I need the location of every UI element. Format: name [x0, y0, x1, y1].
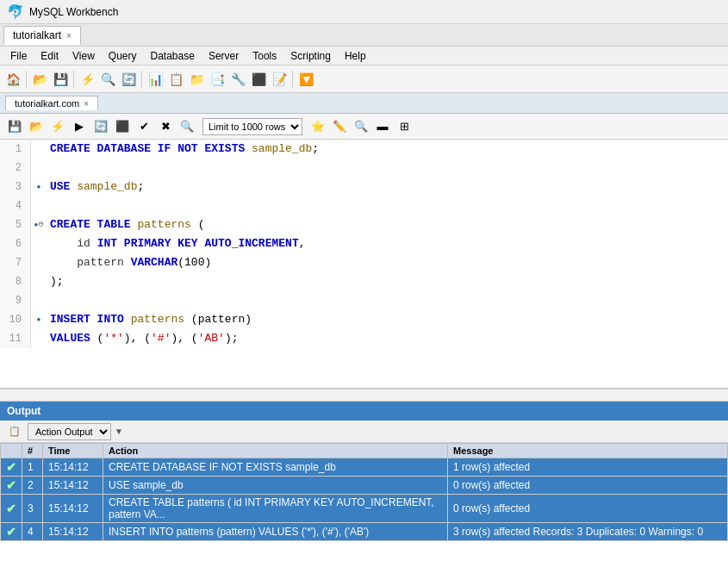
subtab-label: tutorialkart.com	[15, 98, 79, 109]
subtab-item[interactable]: tutorialkart.com ×	[5, 96, 98, 110]
table-row[interactable]: ✔ 3 15:14:12 CREATE TABLE patterns ( id …	[1, 495, 728, 523]
cancel-button[interactable]: ✖	[156, 117, 175, 136]
toggle-button[interactable]: ✔	[134, 117, 153, 136]
toolbar-separator-2	[73, 71, 74, 88]
toolbar-btn-4[interactable]: 🔍	[98, 70, 117, 89]
menu-help[interactable]: Help	[338, 48, 373, 64]
toolbar-btn-3[interactable]: ⚡	[78, 70, 96, 89]
toolbar-separator-1	[26, 71, 27, 88]
menu-server[interactable]: Server	[202, 48, 246, 64]
stop-query-button[interactable]: ⬛	[113, 117, 132, 136]
code-line-5: 5 ● ⊖ CREATE TABLE patterns (	[0, 215, 728, 234]
toolbar-btn-11[interactable]: ⬛	[249, 70, 268, 89]
code-line-3: 3 ● USE sample_db;	[0, 178, 728, 196]
title-bar: 🐬 MySQL Workbench	[0, 0, 728, 24]
action-output-select[interactable]: Action Output	[28, 423, 111, 440]
output-toolbar: 📋 Action Output ▼	[0, 421, 728, 443]
find-button[interactable]: 🔍	[352, 117, 370, 136]
main-toolbar: 🏠 📂 💾 ⚡ 🔍 🔄 📊 📋 📁 📑 🔧 ⬛ 📝 🔽	[0, 65, 728, 93]
format-button[interactable]: ✏️	[330, 117, 349, 136]
subtab-bar: tutorialkart.com ×	[0, 93, 728, 114]
row-time: 15:14:12	[43, 458, 103, 477]
app-icon: 🐬	[7, 3, 24, 20]
row-num: 4	[22, 523, 43, 541]
code-line-9: 9	[0, 291, 728, 310]
row-message: 0 row(s) affected	[448, 495, 728, 523]
code-line-11: 11 VALUES ('*'), ('#'), ('AB');	[0, 329, 728, 348]
toolbar-btn-6[interactable]: 📊	[146, 70, 165, 89]
output-panel: Output 📋 Action Output ▼ # Time Action M…	[0, 402, 728, 561]
toolbar-btn-12[interactable]: 📝	[270, 70, 289, 89]
output-copy-button[interactable]: 📋	[5, 422, 24, 441]
code-line-8: 8 );	[0, 272, 728, 291]
menu-database[interactable]: Database	[144, 48, 202, 64]
limit-select-container: Limit to 1000 rows Don't Limit Limit to …	[202, 118, 302, 135]
new-connection-button[interactable]: 🏠	[3, 70, 22, 89]
execute-selection-button[interactable]: ▶	[70, 117, 89, 136]
col-header-time: Time	[43, 444, 103, 458]
limit-dropdown[interactable]: Limit to 1000 rows Don't Limit Limit to …	[202, 118, 302, 135]
output-table-container: # Time Action Message ✔ 1 15:14:12 CREAT…	[0, 443, 728, 541]
menu-view[interactable]: View	[65, 48, 102, 64]
col-header-status	[1, 444, 22, 458]
menu-bar: File Edit View Query Database Server Too…	[0, 47, 728, 65]
editor-content: 1 CREATE DATABASE IF NOT EXISTS sample_d…	[0, 140, 728, 348]
query-toolbar: 💾 📂 ⚡ ▶ 🔄 ⬛ ✔ ✖ 🔍 Limit to 1000 rows Don…	[0, 114, 728, 140]
table-row[interactable]: ✔ 2 15:14:12 USE sample_db 0 row(s) affe…	[1, 477, 728, 495]
split-button[interactable]: ⊞	[395, 117, 414, 136]
row-message: 0 row(s) affected	[448, 477, 728, 495]
row-num: 3	[22, 495, 43, 523]
save-script-button[interactable]: 💾	[5, 117, 24, 136]
row-message: 1 row(s) affected	[448, 458, 728, 477]
code-line-7: 7 pattern VARCHAR(100)	[0, 253, 728, 272]
execute-button[interactable]: ⚡	[48, 117, 67, 136]
horizontal-scrollbar[interactable]	[0, 390, 728, 402]
menu-edit[interactable]: Edit	[34, 48, 65, 64]
row-action: INSERT INTO patterns (pattern) VALUES ('…	[103, 523, 448, 541]
output-header: Output	[0, 402, 728, 421]
table-row[interactable]: ✔ 4 15:14:12 INSERT INTO patterns (patte…	[1, 523, 728, 541]
open-script-button[interactable]: 📂	[27, 117, 46, 136]
code-line-1: 1 CREATE DATABASE IF NOT EXISTS sample_d…	[0, 140, 728, 159]
toolbar-btn-10[interactable]: 🔧	[228, 70, 247, 89]
toolbar-btn-7[interactable]: 📋	[166, 70, 185, 89]
toolbar-btn-5[interactable]: 🔄	[119, 70, 138, 89]
explain-button[interactable]: 🔍	[177, 117, 196, 136]
bookmark-button[interactable]: ⭐	[308, 117, 327, 136]
code-line-6: 6 id INT PRIMARY KEY AUTO_INCREMENT,	[0, 234, 728, 253]
row-num: 2	[22, 477, 43, 495]
open-button[interactable]: 📂	[30, 70, 49, 89]
table-row[interactable]: ✔ 1 15:14:12 CREATE DATABASE IF NOT EXIS…	[1, 458, 728, 477]
stop-button[interactable]: 🔄	[91, 117, 110, 136]
tab-label: tutorialkart	[13, 29, 61, 41]
main-tab[interactable]: tutorialkart ×	[3, 26, 81, 45]
table-header-row: # Time Action Message	[1, 444, 728, 458]
row-status: ✔	[1, 495, 22, 523]
code-line-4: 4	[0, 196, 728, 215]
main-container: tutorialkart.com × 💾 📂 ⚡ ▶ 🔄 ⬛ ✔ ✖ 🔍 Lim…	[0, 93, 728, 561]
subtab-close[interactable]: ×	[84, 99, 89, 109]
toolbar-btn-9[interactable]: 📑	[208, 70, 227, 89]
toolbar-btn-8[interactable]: 📁	[187, 70, 206, 89]
toggle-panel-button[interactable]: ▬	[373, 117, 392, 136]
tab-close-button[interactable]: ×	[66, 31, 72, 41]
app-title: MySQL Workbench	[29, 6, 118, 18]
tab-bar: tutorialkart ×	[0, 24, 728, 47]
row-action: CREATE TABLE patterns ( id INT PRIMARY K…	[103, 495, 448, 523]
col-header-action: Action	[103, 444, 448, 458]
code-line-10: 10 ● INSERT INTO patterns (pattern)	[0, 310, 728, 329]
code-editor[interactable]: 1 CREATE DATABASE IF NOT EXISTS sample_d…	[0, 140, 728, 390]
toolbar-btn-13[interactable]: 🔽	[296, 70, 315, 89]
menu-query[interactable]: Query	[102, 48, 144, 64]
row-time: 15:14:12	[43, 495, 103, 523]
row-time: 15:14:12	[43, 523, 103, 541]
menu-tools[interactable]: Tools	[246, 48, 283, 64]
dropdown-arrow-icon: ▼	[115, 427, 123, 436]
row-action: USE sample_db	[103, 477, 448, 495]
menu-file[interactable]: File	[3, 48, 34, 64]
save-button[interactable]: 💾	[51, 70, 70, 89]
output-table: # Time Action Message ✔ 1 15:14:12 CREAT…	[0, 443, 728, 541]
row-message: 3 row(s) affected Records: 3 Duplicates:…	[448, 523, 728, 541]
toolbar-separator-3	[141, 71, 142, 88]
menu-scripting[interactable]: Scripting	[283, 48, 338, 64]
